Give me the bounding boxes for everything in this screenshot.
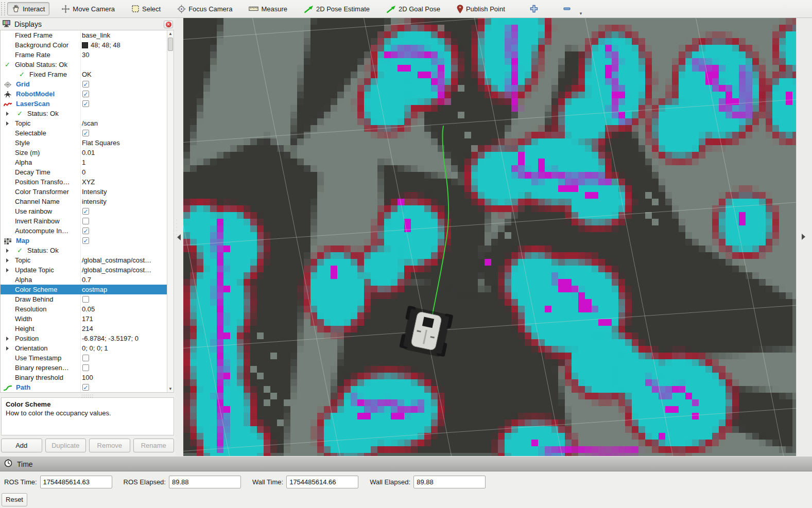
expander-icon[interactable] [6,249,9,253]
property-value[interactable]: 0.05 [82,304,166,314]
property-value[interactable]: 0 [82,167,166,177]
right-collapsed-panel[interactable] [796,18,812,456]
checkbox-checked[interactable]: ✓ [82,100,89,107]
wall-time-input[interactable] [286,476,358,488]
property-row-binary-represen-[interactable]: Binary represen… [1,363,174,373]
scroll-down-icon[interactable]: ▼ [167,386,174,392]
checkbox-checked[interactable]: ✓ [82,130,89,136]
property-row-position[interactable]: Position-6.8784; -3.5197; 0 [1,334,174,343]
property-row-status-ok[interactable]: ✓Status: Ok [1,246,174,255]
property-row-resolution[interactable]: Resolution0.05 [1,304,174,314]
property-row-autocompute-in-[interactable]: Autocompute In…✓ [1,226,174,236]
wall-elapsed-input[interactable] [413,476,486,488]
remove-button[interactable]: Remove [89,439,130,452]
checkbox-unchecked[interactable] [82,364,89,371]
property-row-orientation[interactable]: Orientation0; 0; 0; 1 [1,343,174,353]
property-row-laserscan[interactable]: LaserScan✓ [1,99,174,109]
property-value[interactable]: /scan [82,118,166,128]
tool-interact[interactable]: Interact [7,2,49,15]
rename-button[interactable]: Rename [133,439,175,452]
property-row-update-topic[interactable]: Update Topic/global_costmap/cost… [1,265,174,275]
expander-icon[interactable] [6,337,9,341]
checkbox-unchecked[interactable] [82,355,89,361]
add-button[interactable]: Add [1,439,42,452]
property-value[interactable]: 100 [82,373,166,382]
tool-focus-camera[interactable]: Focus Camera [172,2,237,16]
property-row-frame-rate[interactable]: Frame Rate30 [1,50,174,60]
property-row-grid[interactable]: Grid✓ [1,79,174,89]
property-row-status-ok[interactable]: ✓Status: Ok [1,109,174,118]
tool-move-camera[interactable]: Move Camera [57,2,119,16]
tool-select[interactable]: Select [127,2,165,15]
property-value[interactable]: 214 [82,324,166,334]
property-row-use-timestamp[interactable]: Use Timestamp [1,353,174,363]
tool-2d-goal-pose[interactable]: 2D Goal Pose [382,2,445,16]
property-row-background-color[interactable]: Background Color48; 48; 48 [1,40,174,50]
property-row-decay-time[interactable]: Decay Time0 [1,167,174,177]
checkbox-checked[interactable]: ✓ [82,81,89,87]
property-value[interactable]: 30 [82,50,166,60]
checkbox-checked[interactable]: ✓ [82,227,89,234]
property-value[interactable]: 1 [82,157,166,167]
property-value[interactable]: XYZ [82,177,166,187]
property-row-draw-behind[interactable]: Draw Behind [1,294,174,304]
add-tool-button[interactable] [526,2,542,15]
checkbox-checked[interactable]: ✓ [82,237,89,244]
property-value[interactable]: Flat Squares [82,138,166,148]
property-row-selectable[interactable]: Selectable✓ [1,128,174,138]
remove-tool-button[interactable] [559,2,575,15]
property-value[interactable]: 0; 0; 0; 1 [82,343,166,353]
costmap-3d-view[interactable] [183,18,796,456]
tool-publish-point[interactable]: Publish Point [452,2,510,16]
collapse-left-icon[interactable] [177,234,181,240]
property-row-channel-name[interactable]: Channel Nameintensity [1,197,174,206]
property-row-width[interactable]: Width171 [1,314,174,324]
property-value[interactable]: 0.7 [82,275,166,285]
checkbox-unchecked[interactable] [82,296,89,303]
checkbox-checked[interactable]: ✓ [82,91,89,97]
property-value[interactable]: costmap [82,285,166,294]
collapse-right-icon[interactable] [802,234,805,240]
property-row-position-transfo-[interactable]: Position Transfo…XYZ [1,177,174,187]
panel-close-button[interactable]: ✕ [164,21,173,28]
expander-icon[interactable] [6,268,9,272]
property-row-size-m-[interactable]: Size (m)0.01 [1,148,174,157]
property-row-topic[interactable]: Topic/global_costmap/cost… [1,255,174,265]
ros-time-input[interactable] [40,476,112,488]
property-row-topic[interactable]: Topic/scan [1,118,174,128]
property-row-color-scheme[interactable]: Color Schemecostmap [1,285,174,294]
render-viewport[interactable] [183,18,796,456]
expander-icon[interactable] [6,112,9,116]
property-value[interactable]: 0.01 [82,148,166,157]
property-value[interactable]: /global_costmap/cost… [82,255,166,265]
checkbox-checked[interactable]: ✓ [82,208,89,215]
property-value[interactable]: -6.8784; -3.5197; 0 [82,334,166,343]
panel-view-splitter[interactable]: ······ [175,19,183,456]
expander-icon[interactable] [6,121,9,126]
property-row-invert-rainbow[interactable]: Invert Rainbow [1,216,174,226]
toolbar-overflow-icon[interactable]: ▾ [580,11,582,17]
property-row-height[interactable]: Height214 [1,324,174,334]
property-row-binary-threshold[interactable]: Binary threshold100 [1,373,174,382]
duplicate-button[interactable]: Duplicate [45,439,87,452]
property-row-map[interactable]: Map✓ [1,236,174,246]
tree-scrollbar[interactable]: ▲ ▼ [167,30,174,392]
property-row-color-transformer[interactable]: Color TransformerIntensity [1,187,174,197]
property-row-use-rainbow[interactable]: Use rainbow✓ [1,206,174,216]
property-value[interactable]: OK [82,69,166,79]
tool-2d-pose-estimate[interactable]: 2D Pose Estimate [299,2,374,16]
checkbox-unchecked[interactable] [82,218,89,224]
toolbar-drag-handle[interactable] [1,2,5,15]
expander-icon[interactable] [6,258,9,262]
checkbox-checked[interactable]: ✓ [82,384,89,391]
property-row-global-status-ok[interactable]: ✓Global Status: Ok [1,60,174,69]
property-row-path[interactable]: Path✓ [1,382,174,392]
property-value[interactable]: 48; 48; 48 [82,40,166,50]
property-value[interactable]: intensity [82,197,166,206]
property-row-fixed-frame[interactable]: Fixed Framebase_link [1,30,174,40]
property-row-fixed-frame[interactable]: ✓Fixed FrameOK [1,69,174,79]
property-value[interactable]: base_link [82,30,166,40]
property-value[interactable]: 171 [82,314,166,324]
property-row-alpha[interactable]: Alpha1 [1,157,174,167]
tree-description-splitter[interactable]: ············ [0,394,175,397]
